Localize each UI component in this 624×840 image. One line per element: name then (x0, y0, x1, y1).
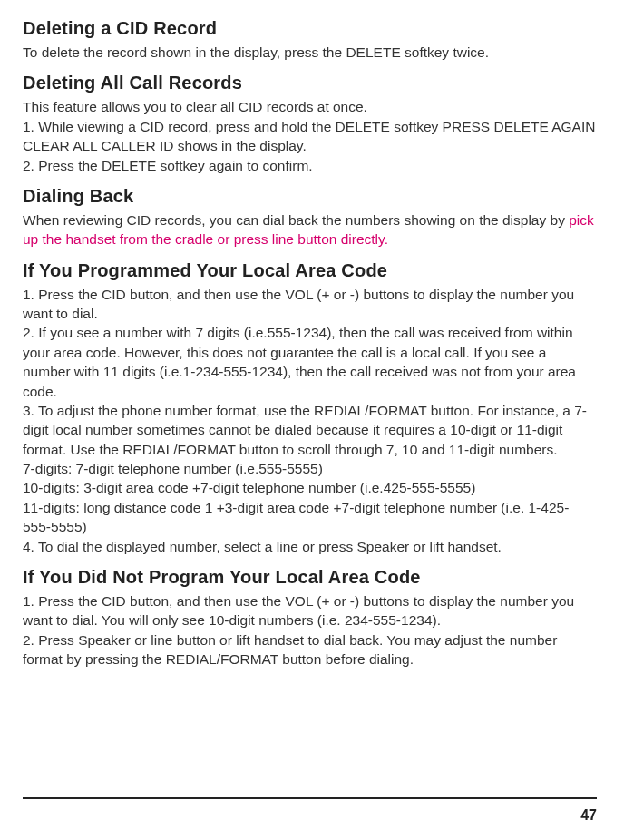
section-body-dialing-back: When reviewing CID records, you can dial… (23, 210, 597, 249)
section-heading-not-programmed: If You Did Not Program Your Local Area C… (23, 567, 597, 588)
section-heading-delete-cid: Deleting a CID Record (23, 18, 597, 39)
section-body-prog-7: 4. To dial the displayed number, select … (23, 537, 597, 556)
section-heading-programmed-area: If You Programmed Your Local Area Code (23, 260, 597, 281)
section-heading-dialing-back: Dialing Back (23, 186, 597, 207)
section-body-delete-all-3: 2. Press the DELETE softkey again to con… (23, 156, 597, 175)
section-body-prog-6: 11-digits: long distance code 1 +3-digit… (23, 498, 597, 537)
section-body-delete-cid: To delete the record shown in the displa… (23, 43, 597, 62)
section-body-prog-3: 3. To adjust the phone number format, us… (23, 401, 597, 459)
footer-divider (23, 797, 597, 799)
section-body-prog-1: 1. Press the CID button, and then use th… (23, 285, 597, 324)
section-body-notprog-2: 2. Press Speaker or line button or lift … (23, 630, 597, 669)
section-body-prog-2: 2. If you see a number with 7 digits (i.… (23, 323, 597, 401)
section-body-notprog-1: 1. Press the CID button, and then use th… (23, 591, 597, 630)
section-body-prog-5: 10-digits: 3-digit area code +7-digit te… (23, 478, 597, 497)
dialing-back-text: When reviewing CID records, you can dial… (23, 212, 569, 228)
section-body-delete-all-2: 1. While viewing a CID record, press and… (23, 117, 597, 156)
section-body-prog-4: 7-digits: 7-digit telephone number (i.e.… (23, 459, 597, 478)
section-heading-delete-all: Deleting All Call Records (23, 73, 597, 93)
section-body-delete-all-1: This feature allows you to clear all CID… (23, 97, 597, 116)
page-number: 47 (580, 807, 597, 824)
